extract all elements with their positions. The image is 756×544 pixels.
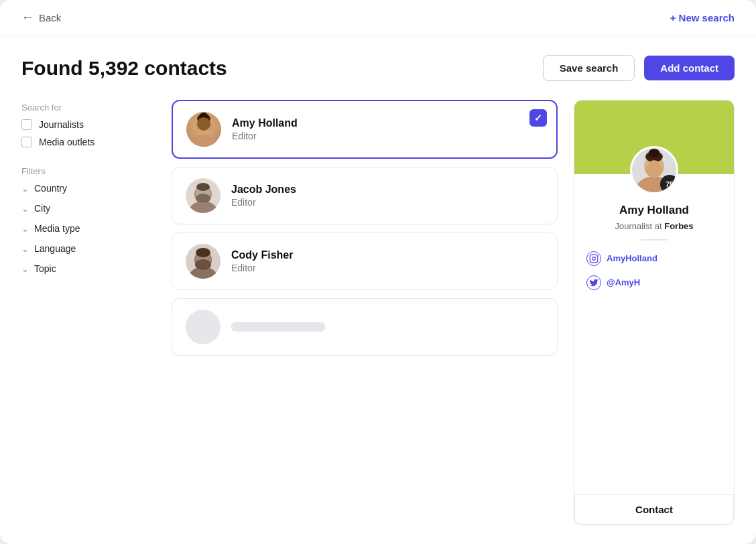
journalists-checkbox-box[interactable] xyxy=(21,119,32,130)
media-outlets-checkbox-box[interactable] xyxy=(21,137,32,147)
twitter-handle: @AmyH xyxy=(607,277,640,287)
svg-rect-22 xyxy=(590,255,598,263)
contact-button[interactable]: Contact xyxy=(574,494,734,525)
contact-role-jacob: Editor xyxy=(231,197,296,208)
filter-language-label: Language xyxy=(34,243,76,254)
selected-check-icon: ✓ xyxy=(529,109,547,127)
filter-media-type-label: Media type xyxy=(34,223,80,234)
detail-publication: Forbes xyxy=(664,221,693,231)
svg-point-3 xyxy=(190,135,217,147)
contact-list: Amy Holland Editor ✓ xyxy=(172,100,558,525)
filter-city[interactable]: ⌄ City xyxy=(21,203,155,214)
filter-language[interactable]: ⌄ Language xyxy=(21,243,155,254)
skeleton-text xyxy=(231,322,325,332)
contact-info-jacob: Jacob Jones Editor xyxy=(231,184,296,208)
header-actions: Save search Add contact xyxy=(543,55,735,81)
detail-avatar: 75 xyxy=(630,146,678,194)
media-outlets-label: Media outlets xyxy=(39,137,94,147)
filter-topic-label: Topic xyxy=(34,263,56,274)
twitter-icon xyxy=(586,275,601,290)
svg-point-24 xyxy=(596,256,596,257)
filters-label: Filters xyxy=(21,166,155,176)
detail-name: Amy Holland xyxy=(619,204,689,217)
filter-topic[interactable]: ⌄ Topic xyxy=(21,263,155,274)
contact-card-cody[interactable]: Cody Fisher Editor xyxy=(172,232,558,290)
svg-point-20 xyxy=(649,149,660,157)
back-button[interactable]: ← Back xyxy=(21,11,61,25)
main-content: Found 5,392 contacts Save search Add con… xyxy=(0,36,756,544)
detail-avatar-wrap: 75 xyxy=(630,146,678,194)
divider xyxy=(641,239,668,241)
detail-panel: 75 Amy Holland Journalist at Forbes xyxy=(574,100,735,525)
sidebar: Search for Journalists Media outlets Fil… xyxy=(21,100,155,525)
contact-info-amy: Amy Holland Editor xyxy=(232,117,298,141)
body-layout: Search for Journalists Media outlets Fil… xyxy=(21,100,735,525)
media-outlets-checkbox[interactable]: Media outlets xyxy=(21,137,155,147)
svg-point-2 xyxy=(197,123,210,136)
svg-point-10 xyxy=(196,183,210,191)
instagram-handle: AmyHolland xyxy=(607,253,657,263)
skeleton-card xyxy=(172,298,558,356)
svg-point-9 xyxy=(196,194,210,203)
detail-header-bg: 75 xyxy=(574,100,734,174)
svg-point-21 xyxy=(647,160,662,175)
social-twitter[interactable]: @AmyH xyxy=(586,273,722,293)
header-row: Found 5,392 contacts Save search Add con… xyxy=(21,55,735,81)
detail-body: Amy Holland Journalist at Forbes xyxy=(574,174,734,494)
save-search-button[interactable]: Save search xyxy=(543,55,635,81)
contact-card-amy[interactable]: Amy Holland Editor ✓ xyxy=(172,100,558,159)
contact-info-cody: Cody Fisher Editor xyxy=(231,249,293,273)
back-label: Back xyxy=(39,12,61,23)
contact-card-jacob[interactable]: Jacob Jones Editor xyxy=(172,167,558,224)
avatar-jacob xyxy=(186,178,220,213)
chevron-down-icon: ⌄ xyxy=(21,244,29,254)
contact-name-amy: Amy Holland xyxy=(232,117,298,129)
contact-role-cody: Editor xyxy=(231,263,293,273)
chevron-down-icon: ⌄ xyxy=(21,184,29,194)
detail-description: Journalist at Forbes xyxy=(615,221,693,231)
chevron-down-icon: ⌄ xyxy=(21,224,29,234)
add-contact-button[interactable]: Add contact xyxy=(644,56,735,80)
app-container: ← Back + New search Found 5,392 contacts… xyxy=(0,0,756,544)
skeleton-avatar xyxy=(186,310,220,344)
svg-point-1 xyxy=(198,118,210,130)
chevron-down-icon: ⌄ xyxy=(21,264,29,274)
search-for-label: Search for xyxy=(21,103,155,113)
detail-desc-prefix: Journalist at xyxy=(615,221,662,231)
filter-city-label: City xyxy=(34,203,50,214)
top-nav: ← Back + New search xyxy=(0,0,756,36)
svg-point-15 xyxy=(196,248,210,257)
svg-point-14 xyxy=(195,259,211,270)
score-badge: 75 xyxy=(660,175,678,194)
instagram-icon xyxy=(586,251,601,266)
filter-country[interactable]: ⌄ Country xyxy=(21,183,155,194)
contact-name-cody: Cody Fisher xyxy=(231,249,293,261)
filter-country-label: Country xyxy=(34,183,67,194)
new-search-button[interactable]: + New search xyxy=(670,12,735,23)
filter-media-type[interactable]: ⌄ Media type xyxy=(21,223,155,234)
back-arrow-icon: ← xyxy=(21,11,34,25)
svg-point-5 xyxy=(200,113,208,119)
chevron-down-icon: ⌄ xyxy=(21,204,29,214)
svg-point-23 xyxy=(592,257,596,260)
journalists-label: Journalists xyxy=(39,119,84,130)
avatar-amy xyxy=(186,112,221,147)
journalists-checkbox[interactable]: Journalists xyxy=(21,119,155,130)
social-instagram[interactable]: AmyHolland xyxy=(586,249,722,269)
page-title: Found 5,392 contacts xyxy=(21,57,227,80)
contact-name-jacob: Jacob Jones xyxy=(231,184,296,196)
avatar-cody xyxy=(186,244,220,279)
contact-role-amy: Editor xyxy=(232,131,298,141)
